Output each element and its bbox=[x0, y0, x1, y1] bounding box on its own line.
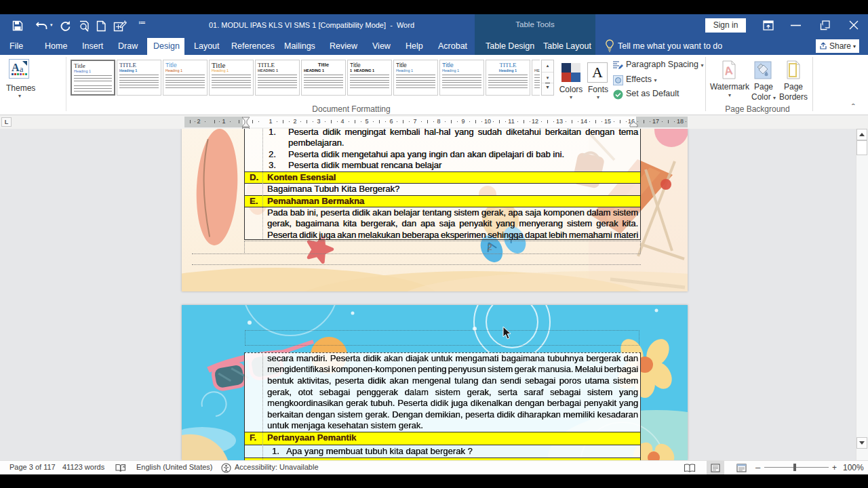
svg-text:a: a bbox=[20, 64, 24, 74]
svg-text:A: A bbox=[724, 64, 734, 78]
svg-text:A: A bbox=[12, 62, 20, 73]
